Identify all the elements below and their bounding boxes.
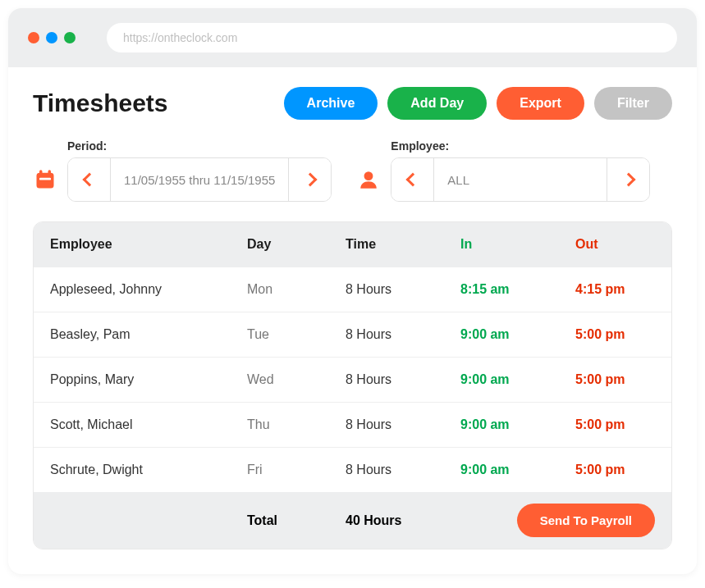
td-in: 9:00 am [460,327,575,342]
period-selector: 11/05/1955 thru 11/15/1955 [67,157,332,202]
td-employee: Poppins, Mary [50,372,247,387]
th-out: Out [575,237,655,252]
td-in: 9:00 am [460,417,575,432]
td-employee: Beasley, Pam [50,327,247,342]
app-window: https://ontheclock.com Timesheets Archiv… [8,8,697,574]
td-employee: Appleseed, Johnny [50,282,247,297]
td-in: 9:00 am [460,463,575,477]
td-time: 8 Hours [346,282,460,297]
svg-rect-3 [39,178,51,180]
td-out: 4:15 pm [575,282,655,297]
td-in: 8:15 am [460,282,575,297]
calendar-icon [33,167,57,192]
td-employee: Scott, Michael [50,417,247,432]
employee-next-button[interactable] [607,158,649,201]
svg-rect-2 [48,170,52,175]
th-in: In [460,237,575,252]
period-label: Period: [67,139,332,153]
table-row[interactable]: Beasley, Pam Tue 8 Hours 9:00 am 5:00 pm [34,312,671,357]
employee-label: Employee: [391,139,650,153]
td-out: 5:00 pm [575,417,655,432]
total-label: Total [247,513,346,528]
td-day: Thu [247,417,346,432]
export-button[interactable]: Export [497,87,584,120]
traffic-light-close[interactable] [28,32,39,43]
url-bar[interactable]: https://ontheclock.com [107,23,677,52]
header-row: Timesheets Archive Add Day Export Filter [33,87,672,120]
browser-chrome: https://ontheclock.com [8,8,697,67]
filters-row: Period: 11/05/1955 thru 11/15/1955 Emplo… [33,139,672,202]
svg-rect-0 [37,173,54,189]
table-row[interactable]: Scott, Michael Thu 8 Hours 9:00 am 5:00 … [34,402,671,447]
td-out: 5:00 pm [575,463,655,477]
table-row[interactable]: Poppins, Mary Wed 8 Hours 9:00 am 5:00 p… [34,357,671,402]
table-row[interactable]: Schrute, Dwight Fri 8 Hours 9:00 am 5:00… [34,447,671,492]
filter-button[interactable]: Filter [594,87,672,120]
page-title: Timesheets [33,89,168,117]
td-out: 5:00 pm [575,372,655,387]
person-icon [356,167,381,192]
timesheet-table: Employee Day Time In Out Appleseed, John… [33,221,672,549]
archive-button[interactable]: Archive [284,87,378,120]
employee-selector: ALL [391,157,650,202]
td-in: 9:00 am [460,372,575,387]
th-day: Day [247,237,346,252]
table-header: Employee Day Time In Out [34,222,671,267]
add-day-button[interactable]: Add Day [387,87,487,120]
period-filter-group: Period: 11/05/1955 thru 11/15/1955 [33,139,332,202]
td-day: Tue [247,327,346,342]
chevron-left-icon [405,173,419,187]
table-footer: Total 40 Hours Send To Payroll [34,492,671,549]
period-value[interactable]: 11/05/1955 thru 11/15/1955 [111,158,288,201]
td-day: Mon [247,282,346,297]
employee-value[interactable]: ALL [434,158,607,201]
chevron-right-icon [303,173,317,187]
period-prev-button[interactable] [68,158,111,201]
td-time: 8 Hours [346,417,460,432]
td-time: 8 Hours [346,327,460,342]
chevron-right-icon [621,173,635,187]
employee-prev-button[interactable] [391,158,434,201]
traffic-light-minimize[interactable] [46,32,57,43]
page-content: Timesheets Archive Add Day Export Filter… [8,67,697,574]
td-time: 8 Hours [346,372,460,387]
chevron-left-icon [82,173,96,187]
employee-filter-group: Employee: ALL [356,139,650,202]
svg-point-4 [364,171,373,180]
traffic-light-zoom[interactable] [64,32,76,43]
total-value: 40 Hours [346,513,460,528]
table-row[interactable]: Appleseed, Johnny Mon 8 Hours 8:15 am 4:… [34,267,671,312]
td-time: 8 Hours [346,463,460,477]
th-employee: Employee [50,237,247,252]
period-next-button[interactable] [288,158,331,201]
td-out: 5:00 pm [575,327,655,342]
svg-rect-1 [39,170,43,175]
th-time: Time [346,237,460,252]
send-to-payroll-button[interactable]: Send To Payroll [517,504,655,537]
td-employee: Schrute, Dwight [50,463,247,477]
td-day: Wed [247,372,346,387]
td-day: Fri [247,463,346,477]
